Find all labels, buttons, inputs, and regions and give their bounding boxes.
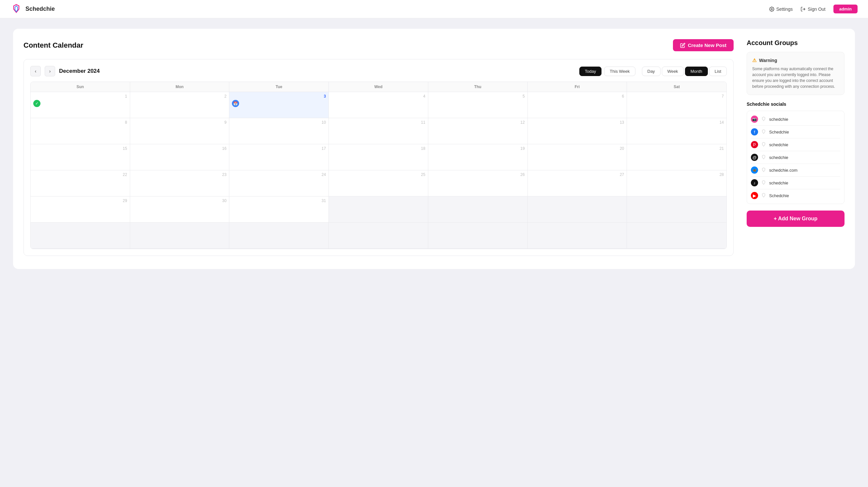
social-divider: [751, 138, 840, 138]
logo-icon: [10, 3, 22, 15]
calendar-cell-empty[interactable]: [229, 223, 329, 249]
bluesky-platform-icon: 🦋: [751, 167, 758, 174]
calendar-cell-empty[interactable]: [428, 197, 528, 223]
calendar-cell-14[interactable]: 14: [627, 118, 726, 144]
calendar-cell-5[interactable]: 5: [428, 92, 528, 118]
calendar-cell-25[interactable]: 25: [329, 170, 428, 197]
calendar-cell-26[interactable]: 26: [428, 170, 528, 197]
socials-title: Schedchie socials: [747, 102, 844, 107]
calendar-cell-18[interactable]: 18: [329, 144, 428, 170]
today-button[interactable]: Today: [579, 66, 602, 76]
calendar-cell-6[interactable]: 6: [528, 92, 627, 118]
calendar-cell-10[interactable]: 10: [229, 118, 329, 144]
social-divider: [751, 176, 840, 177]
account-groups-section: Account Groups ⚠ Warning Some platforms …: [747, 39, 844, 256]
week-view-button[interactable]: Week: [662, 66, 684, 76]
cell-number: 12: [431, 120, 525, 125]
warning-title: ⚠ Warning: [752, 57, 839, 63]
prev-month-button[interactable]: ‹: [30, 66, 41, 76]
calendar-cell-empty[interactable]: [528, 197, 627, 223]
calendar-cell-12[interactable]: 12: [428, 118, 528, 144]
calendar-cell-empty[interactable]: [130, 223, 230, 249]
tiktok-platform-icon: ♪: [751, 179, 758, 187]
calendar-cell-21[interactable]: 21: [627, 144, 726, 170]
brand-name: Schedchie: [26, 5, 55, 12]
signout-link[interactable]: Sign Out: [801, 6, 825, 12]
social-item-instagram[interactable]: 📷schedchie: [751, 114, 840, 125]
settings-label: Settings: [776, 6, 793, 12]
calendar-cell-3[interactable]: 3📅: [229, 92, 329, 118]
calendar-cell-29[interactable]: 29: [31, 197, 130, 223]
calendar-title: Content Calendar: [24, 41, 83, 50]
list-view-button[interactable]: List: [709, 66, 727, 76]
cell-number: 8: [33, 120, 127, 125]
social-divider: [751, 189, 840, 189]
admin-badge[interactable]: admin: [833, 5, 858, 13]
social-item-threads[interactable]: @schedchie: [751, 152, 840, 163]
add-group-button[interactable]: + Add New Group: [747, 210, 844, 227]
next-month-button[interactable]: ›: [45, 66, 55, 76]
calendar-cell-24[interactable]: 24: [229, 170, 329, 197]
calendar-header-row: Content Calendar Create New Post: [24, 39, 734, 51]
navbar: Schedchie Settings Sign Out admin: [0, 0, 868, 18]
social-item-youtube[interactable]: ▶Schedchie: [751, 190, 840, 201]
instagram-platform-icon: 📷: [751, 116, 758, 123]
calendar-cell-9[interactable]: 9: [130, 118, 230, 144]
day-names-header: SunMonTueWedThuFriSat: [31, 82, 726, 92]
calendar-cell-8[interactable]: 8: [31, 118, 130, 144]
calendar-cell-2[interactable]: 2: [130, 92, 230, 118]
calendar-cell-empty[interactable]: [329, 197, 428, 223]
main-card: Content Calendar Create New Post ‹ › Dec…: [13, 29, 855, 269]
cal-nav-right: Today This Week Day Week Month List: [579, 66, 727, 76]
social-name-tiktok: schedchie: [769, 180, 788, 185]
cell-number: 4: [332, 94, 425, 98]
calendar-cell-empty[interactable]: [627, 197, 726, 223]
calendar-cell-empty[interactable]: [329, 223, 428, 249]
social-item-tiktok[interactable]: ♪schedchie: [751, 177, 840, 188]
cell-number: 15: [33, 146, 127, 151]
schedchie-mini-logo: [761, 154, 767, 160]
calendar-cell-19[interactable]: 19: [428, 144, 528, 170]
calendar-cell-13[interactable]: 13: [528, 118, 627, 144]
day-view-button[interactable]: Day: [642, 66, 660, 76]
create-post-button[interactable]: Create New Post: [673, 39, 734, 51]
calendar-cell-22[interactable]: 22: [31, 170, 130, 197]
day-name-fri: Fri: [528, 82, 627, 92]
calendar-cell-16[interactable]: 16: [130, 144, 230, 170]
add-group-label: + Add New Group: [774, 216, 817, 222]
calendar-grid: SunMonTueWedThuFriSat 1✓23📅4567891011121…: [30, 82, 727, 249]
brand: Schedchie: [10, 3, 55, 15]
calendar-cell-15[interactable]: 15: [31, 144, 130, 170]
calendar-cell-31[interactable]: 31: [229, 197, 329, 223]
edit-icon: [680, 43, 685, 48]
month-view-button[interactable]: Month: [685, 66, 708, 76]
calendar-inner: ‹ › December 2024 Today This Week Day We…: [24, 59, 734, 256]
calendar-cell-23[interactable]: 23: [130, 170, 230, 197]
calendar-cell-1[interactable]: 1✓: [31, 92, 130, 118]
calendar-cell-7[interactable]: 7: [627, 92, 726, 118]
warning-icon: ⚠: [752, 57, 756, 63]
settings-icon: [769, 6, 774, 12]
calendar-cell-17[interactable]: 17: [229, 144, 329, 170]
calendar-cell-30[interactable]: 30: [130, 197, 230, 223]
calendar-cell-empty[interactable]: [428, 223, 528, 249]
calendar-cell-27[interactable]: 27: [528, 170, 627, 197]
this-week-button[interactable]: This Week: [604, 66, 635, 76]
threads-platform-icon: @: [751, 154, 758, 161]
social-item-bluesky[interactable]: 🦋schedchie.com: [751, 165, 840, 176]
day-name-thu: Thu: [428, 82, 528, 92]
calendar-cell-28[interactable]: 28: [627, 170, 726, 197]
settings-link[interactable]: Settings: [769, 6, 793, 12]
cell-number: 29: [33, 198, 127, 203]
calendar-cell-empty[interactable]: [31, 223, 130, 249]
social-item-pinterest[interactable]: Pschedchie: [751, 139, 840, 150]
cell-number: 1: [33, 94, 127, 98]
calendar-cell-empty[interactable]: [627, 223, 726, 249]
youtube-platform-icon: ▶: [751, 192, 758, 199]
calendar-cell-empty[interactable]: [528, 223, 627, 249]
social-item-facebook[interactable]: fSchedchie: [751, 126, 840, 137]
calendar-cell-11[interactable]: 11: [329, 118, 428, 144]
cell-number: 17: [232, 146, 326, 151]
calendar-cell-20[interactable]: 20: [528, 144, 627, 170]
calendar-cell-4[interactable]: 4: [329, 92, 428, 118]
